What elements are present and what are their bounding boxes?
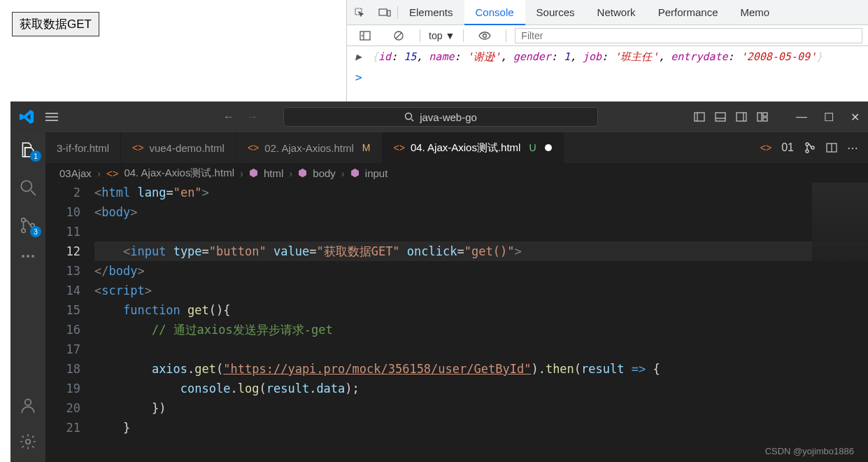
context-selector[interactable]: top ▼ <box>429 30 455 41</box>
explorer-icon[interactable]: 1 <box>19 141 37 159</box>
svg-point-29 <box>31 255 34 258</box>
svg-line-23 <box>31 190 36 195</box>
tab-console[interactable]: Console <box>464 0 525 25</box>
svg-point-28 <box>27 255 29 258</box>
svg-point-27 <box>22 255 24 258</box>
badge: 1 <box>30 150 41 162</box>
device-toolbar-icon[interactable] <box>375 3 394 22</box>
line-gutter: 2 10 11 12 13 14 15 16 17 18 19 20 21 <box>45 183 94 462</box>
svg-rect-2 <box>387 10 390 16</box>
html-file-icon: <> <box>394 142 405 153</box>
split-icon[interactable] <box>826 143 837 153</box>
close-icon[interactable]: ✕ <box>851 111 860 124</box>
html-file-icon: <> <box>106 167 119 179</box>
eye-icon[interactable] <box>475 26 495 46</box>
more-icon[interactable] <box>21 254 35 258</box>
layout-bottom-icon[interactable] <box>715 112 726 122</box>
devtools-panel: Elements Console Sources Network Perform… <box>346 0 868 102</box>
svg-point-25 <box>22 229 25 232</box>
editor-tabs: 3-if-for.html <>vue4-demo.html <>02. Aja… <box>45 132 868 163</box>
layout-right-icon[interactable] <box>736 112 747 122</box>
maximize-icon[interactable]: ☐ <box>824 111 834 124</box>
dirty-indicator <box>545 144 552 151</box>
titlebar: ← → java-web-go — ☐ ✕ <box>10 102 868 132</box>
tab-sources[interactable]: Sources <box>525 0 586 25</box>
source-control-icon[interactable]: 3 <box>19 216 37 234</box>
separator <box>463 29 464 42</box>
separator <box>506 29 506 42</box>
tab-network[interactable]: Network <box>586 0 647 25</box>
svg-line-12 <box>411 119 413 121</box>
filter-input[interactable] <box>515 28 862 43</box>
nav-forward-icon[interactable]: → <box>247 111 258 123</box>
chevron-down-icon: ▼ <box>445 30 455 41</box>
breadcrumb[interactable]: 03Ajax› <>04. Ajax-Axios测试.html› ⬢html› … <box>45 163 868 183</box>
separator <box>420 29 420 42</box>
element-icon: ⬢ <box>350 167 360 179</box>
settings-gear-icon[interactable] <box>19 433 37 451</box>
console-output: ▶ {id: 15, name: '谢逊', gender: 1, job: '… <box>347 46 868 68</box>
watermark: CSDN @yojimbo1886 <box>765 446 854 456</box>
account-icon[interactable] <box>19 396 37 414</box>
tab-memory[interactable]: Memo <box>730 0 781 25</box>
svg-point-11 <box>406 113 412 120</box>
svg-point-32 <box>806 143 809 146</box>
search-icon <box>404 112 414 122</box>
tab-performance[interactable]: Performance <box>647 0 730 25</box>
element-icon: ⬢ <box>249 167 258 179</box>
minimize-icon[interactable]: — <box>796 111 807 124</box>
svg-point-7 <box>483 34 487 37</box>
tab-file-0[interactable]: 3-if-for.html <box>45 132 121 163</box>
badge: 3 <box>30 226 41 237</box>
vscode-window: ← → java-web-go — ☐ ✕ 1 <box>10 102 868 462</box>
inspect-icon[interactable] <box>350 3 369 22</box>
search-activity-icon[interactable] <box>19 178 37 197</box>
more-tabs-icon[interactable]: ⋯ <box>847 141 858 155</box>
compare-icon[interactable] <box>804 141 816 154</box>
svg-rect-20 <box>763 113 767 116</box>
modified-indicator: M <box>362 142 371 153</box>
tab-file-3[interactable]: <>04. Ajax-Axios测试.htmlU <box>383 132 564 163</box>
html-file-icon: <> <box>132 142 143 153</box>
command-center[interactable]: java-web-go <box>283 107 598 127</box>
tab-file-1[interactable]: <>vue4-demo.html <box>121 132 236 163</box>
minimap[interactable] <box>812 183 868 462</box>
expand-arrow-icon[interactable]: ▶ <box>355 50 362 63</box>
hamburger-menu-icon[interactable] <box>45 112 58 122</box>
html-file-icon: <> <box>248 142 259 153</box>
element-icon: ⬢ <box>298 167 307 179</box>
svg-rect-13 <box>695 113 704 121</box>
vscode-logo-icon <box>19 109 34 125</box>
code-content: <html lang="en"> <body> <input type="but… <box>94 183 868 462</box>
svg-point-34 <box>811 146 814 149</box>
svg-line-6 <box>396 33 401 38</box>
get-data-button[interactable]: 获取数据GET <box>12 12 99 36</box>
tab-file-2[interactable]: <>02. Ajax-Axios.htmlM <box>236 132 383 163</box>
tab-peek[interactable]: 01 <box>781 141 794 154</box>
svg-point-24 <box>22 218 25 222</box>
layout-grid-icon[interactable] <box>757 112 768 122</box>
untracked-indicator: U <box>529 142 536 153</box>
svg-rect-17 <box>737 113 746 121</box>
console-prompt[interactable]: > <box>347 68 868 87</box>
code-editor[interactable]: 2 10 11 12 13 14 15 16 17 18 19 20 21 <h… <box>45 183 868 462</box>
activity-bar: 1 3 <box>10 132 45 462</box>
svg-rect-21 <box>763 118 767 121</box>
layout-left-icon[interactable] <box>694 112 705 122</box>
svg-rect-15 <box>716 113 725 121</box>
svg-point-31 <box>26 440 31 444</box>
svg-rect-1 <box>379 9 387 15</box>
svg-rect-19 <box>757 113 762 121</box>
nav-back-icon[interactable]: ← <box>223 111 234 123</box>
clear-console-icon[interactable] <box>389 26 408 46</box>
tab-elements[interactable]: Elements <box>398 0 464 25</box>
svg-point-30 <box>25 399 31 405</box>
svg-point-33 <box>806 150 809 153</box>
sidebar-toggle-icon[interactable] <box>355 26 375 46</box>
html-file-icon: <> <box>760 142 771 153</box>
svg-point-22 <box>21 181 31 191</box>
